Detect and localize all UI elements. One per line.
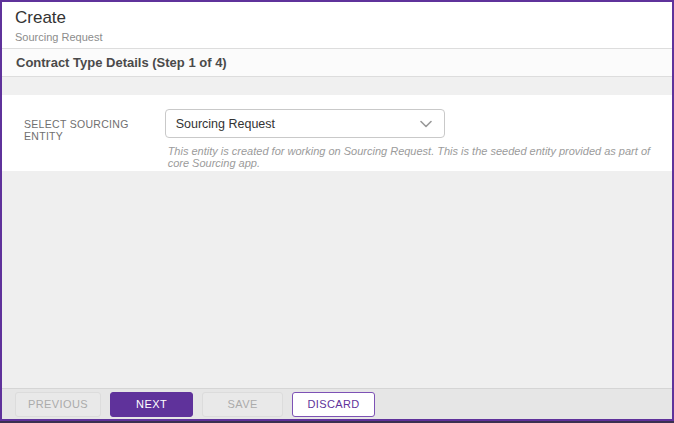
app-window: Create Sourcing Request Contract Type De…	[0, 0, 674, 421]
chevron-down-icon	[420, 120, 432, 128]
content-background	[2, 171, 672, 388]
breadcrumb: Sourcing Request	[15, 30, 672, 44]
sourcing-entity-label: SELECT SOURCING ENTITY	[24, 109, 165, 171]
save-button[interactable]: SAVE	[202, 392, 283, 417]
section-title: Contract Type Details (Step 1 of 4)	[16, 55, 227, 70]
next-button[interactable]: NEXT	[110, 392, 193, 417]
discard-button[interactable]: DISCARD	[292, 392, 375, 417]
helper-text: This entity is created for working on So…	[168, 145, 672, 169]
sourcing-entity-select[interactable]: Sourcing Request	[165, 109, 445, 138]
sourcing-entity-field: Sourcing Request This entity is created …	[165, 109, 672, 171]
previous-button[interactable]: PREVIOUS	[15, 392, 101, 417]
spacer-strip	[2, 77, 672, 95]
page-header: Create Sourcing Request	[2, 2, 672, 49]
footer-action-bar: PREVIOUS NEXT SAVE DISCARD	[2, 388, 672, 419]
section-header: Contract Type Details (Step 1 of 4)	[2, 49, 672, 77]
selected-value: Sourcing Request	[176, 117, 275, 131]
form-panel: SELECT SOURCING ENTITY Sourcing Request …	[2, 95, 672, 171]
page-title: Create	[15, 7, 672, 29]
